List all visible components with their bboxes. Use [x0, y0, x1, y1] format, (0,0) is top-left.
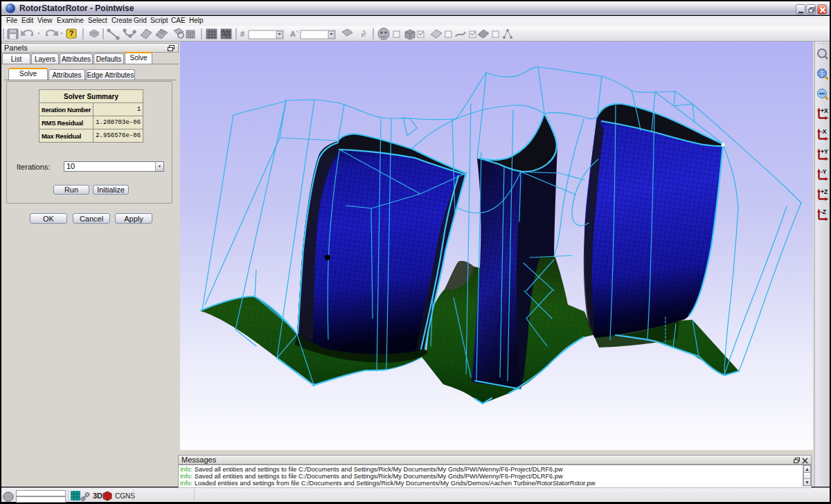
svg-text:+Y: +Y: [821, 148, 828, 155]
svg-text:+Z: +Z: [821, 188, 828, 195]
svg-text:-X: -X: [821, 128, 827, 135]
svg-text:+X: +X: [821, 107, 828, 114]
svg-text:?: ?: [69, 30, 73, 37]
svg-text:-Z: -Z: [821, 208, 826, 215]
svg-text:∂: ∂: [361, 29, 366, 39]
svg-text:#: #: [240, 30, 244, 38]
svg-text:CGNS: CGNS: [115, 492, 135, 500]
svg-text:A: A: [290, 30, 296, 38]
svg-text:3D: 3D: [93, 492, 102, 500]
svg-text:-Y: -Y: [821, 168, 827, 175]
